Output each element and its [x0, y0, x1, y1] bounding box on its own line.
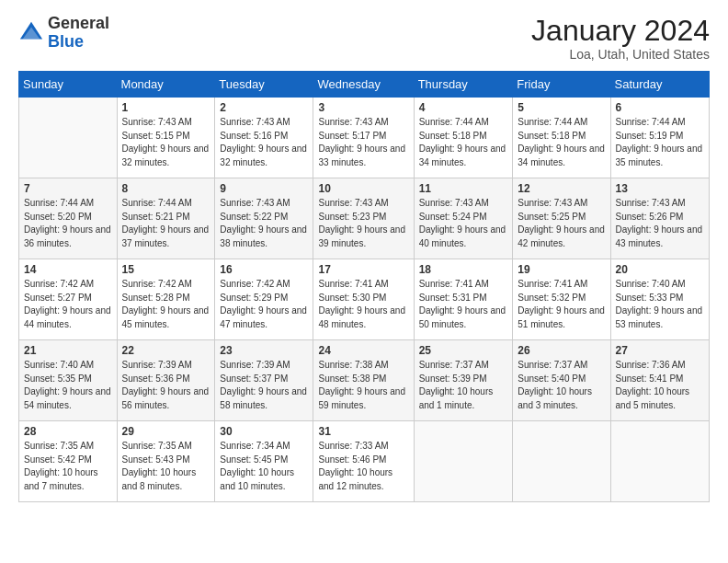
calendar-cell: 22Sunrise: 7:39 AMSunset: 5:36 PMDayligh… — [117, 340, 215, 421]
calendar-cell — [610, 421, 709, 502]
day-info: Sunrise: 7:35 AMSunset: 5:42 PMDaylight:… — [24, 440, 112, 493]
calendar-cell: 24Sunrise: 7:38 AMSunset: 5:38 PMDayligh… — [313, 340, 414, 421]
day-header-saturday: Saturday — [610, 72, 709, 98]
day-number: 11 — [419, 182, 508, 195]
day-number: 1 — [122, 101, 210, 114]
day-info: Sunrise: 7:44 AMSunset: 5:19 PMDaylight:… — [616, 116, 704, 169]
day-info: Sunrise: 7:43 AMSunset: 5:25 PMDaylight:… — [518, 197, 605, 250]
day-header-friday: Friday — [513, 72, 610, 98]
location: Loa, Utah, United States — [531, 47, 710, 62]
calendar-cell: 26Sunrise: 7:37 AMSunset: 5:40 PMDayligh… — [513, 340, 610, 421]
calendar-cell: 11Sunrise: 7:43 AMSunset: 5:24 PMDayligh… — [414, 178, 513, 259]
day-number: 21 — [24, 344, 112, 357]
title-block: January 2024 Loa, Utah, United States — [531, 15, 710, 62]
day-info: Sunrise: 7:35 AMSunset: 5:43 PMDaylight:… — [122, 440, 210, 493]
day-info: Sunrise: 7:43 AMSunset: 5:24 PMDaylight:… — [419, 197, 508, 250]
calendar-cell: 2Sunrise: 7:43 AMSunset: 5:16 PMDaylight… — [215, 98, 313, 178]
day-info: Sunrise: 7:43 AMSunset: 5:17 PMDaylight:… — [318, 116, 408, 169]
day-number: 8 — [122, 182, 210, 195]
header: General Blue January 2024 Loa, Utah, Uni… — [18, 15, 710, 62]
day-info: Sunrise: 7:41 AMSunset: 5:30 PMDaylight:… — [318, 278, 408, 331]
calendar-cell: 30Sunrise: 7:34 AMSunset: 5:45 PMDayligh… — [215, 421, 313, 502]
day-number: 3 — [318, 101, 408, 114]
day-number: 23 — [220, 344, 308, 357]
calendar-cell: 13Sunrise: 7:43 AMSunset: 5:26 PMDayligh… — [610, 178, 709, 259]
day-number: 26 — [518, 344, 605, 357]
day-info: Sunrise: 7:38 AMSunset: 5:38 PMDaylight:… — [318, 359, 408, 412]
day-number: 31 — [318, 425, 408, 438]
day-header-sunday: Sunday — [19, 72, 118, 98]
calendar-cell: 5Sunrise: 7:44 AMSunset: 5:18 PMDaylight… — [513, 98, 610, 178]
day-number: 24 — [318, 344, 408, 357]
calendar-cell: 12Sunrise: 7:43 AMSunset: 5:25 PMDayligh… — [513, 178, 610, 259]
calendar-cell: 16Sunrise: 7:42 AMSunset: 5:29 PMDayligh… — [215, 259, 313, 340]
calendar-cell: 19Sunrise: 7:41 AMSunset: 5:32 PMDayligh… — [513, 259, 610, 340]
day-number: 17 — [318, 263, 408, 276]
day-info: Sunrise: 7:40 AMSunset: 5:33 PMDaylight:… — [616, 278, 704, 331]
calendar-cell: 3Sunrise: 7:43 AMSunset: 5:17 PMDaylight… — [313, 98, 414, 178]
day-header-thursday: Thursday — [414, 72, 513, 98]
calendar-cell: 31Sunrise: 7:33 AMSunset: 5:46 PMDayligh… — [313, 421, 414, 502]
day-header-wednesday: Wednesday — [313, 72, 414, 98]
calendar-cell: 23Sunrise: 7:39 AMSunset: 5:37 PMDayligh… — [215, 340, 313, 421]
calendar-cell: 10Sunrise: 7:43 AMSunset: 5:23 PMDayligh… — [313, 178, 414, 259]
day-info: Sunrise: 7:41 AMSunset: 5:32 PMDaylight:… — [518, 278, 605, 331]
month-title: January 2024 — [531, 15, 710, 47]
day-number: 12 — [518, 182, 605, 195]
day-number: 14 — [24, 263, 112, 276]
week-row-3: 14Sunrise: 7:42 AMSunset: 5:27 PMDayligh… — [19, 259, 710, 340]
calendar-cell: 8Sunrise: 7:44 AMSunset: 5:21 PMDaylight… — [117, 178, 215, 259]
day-info: Sunrise: 7:42 AMSunset: 5:28 PMDaylight:… — [122, 278, 210, 331]
day-number: 22 — [122, 344, 210, 357]
day-header-monday: Monday — [117, 72, 215, 98]
day-number: 5 — [518, 101, 605, 114]
day-number: 20 — [616, 263, 704, 276]
calendar-cell: 1Sunrise: 7:43 AMSunset: 5:15 PMDaylight… — [117, 98, 215, 178]
week-row-4: 21Sunrise: 7:40 AMSunset: 5:35 PMDayligh… — [19, 340, 710, 421]
day-info: Sunrise: 7:44 AMSunset: 5:18 PMDaylight:… — [518, 116, 605, 169]
day-number: 6 — [616, 101, 704, 114]
calendar-cell — [414, 421, 513, 502]
day-number: 29 — [122, 425, 210, 438]
calendar-cell: 27Sunrise: 7:36 AMSunset: 5:41 PMDayligh… — [610, 340, 709, 421]
calendar-cell — [19, 98, 118, 178]
week-row-5: 28Sunrise: 7:35 AMSunset: 5:42 PMDayligh… — [19, 421, 710, 502]
calendar-cell: 25Sunrise: 7:37 AMSunset: 5:39 PMDayligh… — [414, 340, 513, 421]
calendar-cell: 7Sunrise: 7:44 AMSunset: 5:20 PMDaylight… — [19, 178, 118, 259]
days-of-week-row: SundayMondayTuesdayWednesdayThursdayFrid… — [19, 72, 710, 98]
day-info: Sunrise: 7:44 AMSunset: 5:20 PMDaylight:… — [24, 197, 112, 250]
calendar-cell: 9Sunrise: 7:43 AMSunset: 5:22 PMDaylight… — [215, 178, 313, 259]
day-number: 30 — [220, 425, 308, 438]
calendar-cell: 6Sunrise: 7:44 AMSunset: 5:19 PMDaylight… — [610, 98, 709, 178]
week-row-2: 7Sunrise: 7:44 AMSunset: 5:20 PMDaylight… — [19, 178, 710, 259]
day-info: Sunrise: 7:44 AMSunset: 5:18 PMDaylight:… — [419, 116, 508, 169]
day-number: 25 — [419, 344, 508, 357]
calendar-table: SundayMondayTuesdayWednesdayThursdayFrid… — [18, 71, 710, 502]
day-number: 2 — [220, 101, 308, 114]
day-info: Sunrise: 7:43 AMSunset: 5:16 PMDaylight:… — [220, 116, 308, 169]
logo: General Blue — [18, 15, 109, 52]
day-number: 28 — [24, 425, 112, 438]
calendar-cell: 29Sunrise: 7:35 AMSunset: 5:43 PMDayligh… — [117, 421, 215, 502]
calendar-cell: 21Sunrise: 7:40 AMSunset: 5:35 PMDayligh… — [19, 340, 118, 421]
calendar-header: SundayMondayTuesdayWednesdayThursdayFrid… — [19, 72, 710, 98]
day-number: 16 — [220, 263, 308, 276]
day-number: 10 — [318, 182, 408, 195]
day-number: 7 — [24, 182, 112, 195]
day-info: Sunrise: 7:33 AMSunset: 5:46 PMDaylight:… — [318, 440, 408, 493]
day-info: Sunrise: 7:44 AMSunset: 5:21 PMDaylight:… — [122, 197, 210, 250]
calendar-cell: 20Sunrise: 7:40 AMSunset: 5:33 PMDayligh… — [610, 259, 709, 340]
day-info: Sunrise: 7:41 AMSunset: 5:31 PMDaylight:… — [419, 278, 508, 331]
calendar-cell: 14Sunrise: 7:42 AMSunset: 5:27 PMDayligh… — [19, 259, 118, 340]
calendar-body: 1Sunrise: 7:43 AMSunset: 5:15 PMDaylight… — [19, 98, 710, 502]
day-info: Sunrise: 7:39 AMSunset: 5:37 PMDaylight:… — [220, 359, 308, 412]
day-info: Sunrise: 7:37 AMSunset: 5:39 PMDaylight:… — [419, 359, 508, 412]
day-number: 19 — [518, 263, 605, 276]
day-info: Sunrise: 7:39 AMSunset: 5:36 PMDaylight:… — [122, 359, 210, 412]
logo-icon — [18, 20, 44, 46]
logo-blue-text: Blue — [48, 32, 84, 51]
day-info: Sunrise: 7:34 AMSunset: 5:45 PMDaylight:… — [220, 440, 308, 493]
day-info: Sunrise: 7:43 AMSunset: 5:23 PMDaylight:… — [318, 197, 408, 250]
day-info: Sunrise: 7:40 AMSunset: 5:35 PMDaylight:… — [24, 359, 112, 412]
day-info: Sunrise: 7:37 AMSunset: 5:40 PMDaylight:… — [518, 359, 605, 412]
